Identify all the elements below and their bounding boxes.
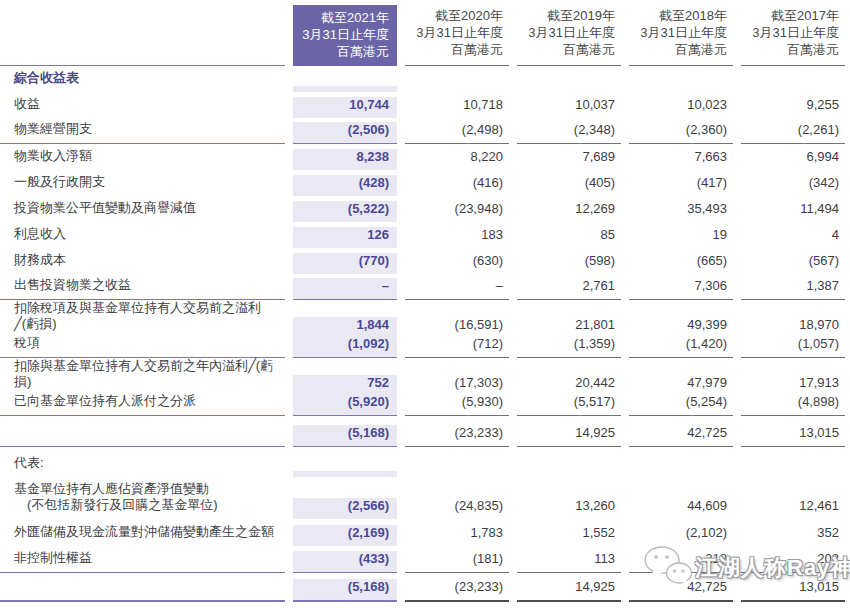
cell-2018: (1,420) bbox=[629, 336, 733, 358]
cell-2018: 10,023 bbox=[629, 97, 733, 118]
cell-2020 bbox=[405, 471, 509, 477]
cell-2017: 17,913 bbox=[741, 375, 845, 396]
cell-2017: 6,994 bbox=[741, 149, 845, 170]
table-body: 綜合收益表收益10,74410,71810,03710,0239,255物業經營… bbox=[0, 66, 850, 602]
cell-2019: 21,801 bbox=[517, 317, 621, 338]
table-header-row: 截至2021年3月31日止年度百萬港元截至2020年3月31日止年度百萬港元截至… bbox=[0, 5, 850, 66]
row-label: 代表: bbox=[0, 455, 285, 477]
row-label: 利息收入 bbox=[0, 226, 285, 248]
cell-2020: (23,948) bbox=[405, 201, 509, 222]
row-label: 物業經營開支 bbox=[0, 121, 285, 144]
cell-2019: 1,552 bbox=[517, 525, 621, 546]
cell-2021: 8,238 bbox=[293, 149, 397, 170]
row-label: 投資物業公平值變動及商譽減值 bbox=[0, 200, 285, 222]
row-label: 收益 bbox=[0, 96, 285, 118]
row-label: 已向基金單位持有人派付之分派 bbox=[0, 393, 285, 416]
cell-2017: 11,494 bbox=[741, 201, 845, 222]
cell-2020: (23,233) bbox=[405, 425, 509, 447]
cell-2018: (2,102) bbox=[629, 525, 733, 546]
financial-statement-page: 截至2021年3月31日止年度百萬港元截至2020年3月31日止年度百萬港元截至… bbox=[0, 0, 850, 608]
cell-2020: (181) bbox=[405, 551, 509, 573]
cell-2017 bbox=[741, 471, 845, 477]
cell-2017: 18,970 bbox=[741, 317, 845, 338]
cell-2021: – bbox=[293, 278, 397, 300]
cell-2018: 218 bbox=[629, 551, 733, 573]
table-row: 外匯儲備及現金流量對沖儲備變動產生之金額(2,169)1,7831,552(2,… bbox=[0, 519, 850, 546]
cell-2020: 183 bbox=[405, 227, 509, 248]
cell-2021: (5,920) bbox=[293, 394, 397, 416]
row-label: 基金單位持有人應佔資產淨值變動(不包括新發行及回購之基金單位) bbox=[0, 481, 285, 519]
cell-2021: 752 bbox=[293, 375, 397, 396]
row-label: 綜合收益表 bbox=[0, 70, 285, 92]
cell-2019: (598) bbox=[517, 253, 621, 274]
cell-2021 bbox=[293, 471, 397, 477]
cell-2021: (2,566) bbox=[293, 498, 397, 519]
column-header-2021: 截至2021年3月31日止年度百萬港元 bbox=[293, 5, 397, 66]
table-row: 扣除與基金單位持有人交易前之年內溢利╱(虧損)752(17,303)20,442… bbox=[0, 358, 850, 387]
cell-2018: 42,725 bbox=[629, 579, 733, 602]
cell-2018: 49,399 bbox=[629, 317, 733, 338]
table-row: 代表: bbox=[0, 447, 850, 477]
cell-2017: 352 bbox=[741, 525, 845, 546]
row-label: 非控制性權益 bbox=[0, 550, 285, 573]
column-header-2018: 截至2018年3月31日止年度百萬港元 bbox=[629, 5, 733, 66]
cell-2020: 1,783 bbox=[405, 525, 509, 546]
row-label: 扣除與基金單位持有人交易前之年內溢利╱(虧損) bbox=[0, 358, 285, 396]
cell-2020: (712) bbox=[405, 336, 509, 358]
column-header-2019: 截至2019年3月31日止年度百萬港元 bbox=[517, 5, 621, 66]
cell-2021: (1,092) bbox=[293, 336, 397, 358]
cell-2020: (416) bbox=[405, 175, 509, 196]
cell-2018: (417) bbox=[629, 175, 733, 196]
cell-2020: (5,930) bbox=[405, 394, 509, 416]
table-row: 投資物業公平值變動及商譽減值(5,322)(23,948)12,26935,49… bbox=[0, 196, 850, 222]
cell-2021: (5,322) bbox=[293, 201, 397, 222]
cell-2018: (665) bbox=[629, 253, 733, 274]
cell-2021: (428) bbox=[293, 175, 397, 196]
cell-2017: 12,461 bbox=[741, 498, 845, 519]
cell-2017: 9,255 bbox=[741, 97, 845, 118]
cell-2017 bbox=[741, 86, 845, 92]
table-row: 財務成本(770)(630)(598)(665)(567) bbox=[0, 248, 850, 274]
cell-2019: 85 bbox=[517, 227, 621, 248]
table-row: (5,168)(23,233)14,92542,72513,015 bbox=[0, 416, 850, 447]
row-label: 一般及行政開支 bbox=[0, 174, 285, 196]
cell-2021: (2,506) bbox=[293, 122, 397, 144]
cell-2020: 10,718 bbox=[405, 97, 509, 118]
row-label: 出售投資物業之收益 bbox=[0, 277, 285, 300]
table-row: 基金單位持有人應佔資產淨值變動(不包括新發行及回購之基金單位)(2,566)(2… bbox=[0, 477, 850, 519]
column-header-2020: 截至2020年3月31日止年度百萬港元 bbox=[405, 5, 509, 66]
cell-2020: 8,220 bbox=[405, 149, 509, 170]
cell-2017: 13,015 bbox=[741, 579, 845, 602]
table-row: 出售投資物業之收益––2,7617,3061,387 bbox=[0, 274, 850, 300]
cell-2021: 126 bbox=[293, 227, 397, 248]
cell-2017: (567) bbox=[741, 253, 845, 274]
cell-2018: 47,979 bbox=[629, 375, 733, 396]
cell-2019 bbox=[517, 471, 621, 477]
table-row: 綜合收益表 bbox=[0, 66, 850, 92]
cell-2020: (16,591) bbox=[405, 317, 509, 338]
cell-2019 bbox=[517, 86, 621, 92]
table-row: 物業收入淨額8,2388,2207,6897,6636,994 bbox=[0, 144, 850, 170]
cell-2018: (2,360) bbox=[629, 122, 733, 144]
cell-2020: (23,233) bbox=[405, 579, 509, 602]
cell-2018: (5,254) bbox=[629, 394, 733, 416]
cell-2018: 35,493 bbox=[629, 201, 733, 222]
cell-2019: (2,348) bbox=[517, 122, 621, 144]
cell-2019: 14,925 bbox=[517, 425, 621, 447]
cell-2021: 10,744 bbox=[293, 97, 397, 118]
cell-2019: 10,037 bbox=[517, 97, 621, 118]
cell-2019: 7,689 bbox=[517, 149, 621, 170]
table-row: 利息收入12618385194 bbox=[0, 222, 850, 248]
cell-2019: (5,517) bbox=[517, 394, 621, 416]
cell-2020: (2,498) bbox=[405, 122, 509, 144]
cell-2019: (1,359) bbox=[517, 336, 621, 358]
table-row: 收益10,74410,71810,03710,0239,255 bbox=[0, 92, 850, 118]
row-label bbox=[0, 440, 285, 447]
cell-2017: 202 bbox=[741, 551, 845, 573]
cell-2021: (2,169) bbox=[293, 525, 397, 546]
header-label-spacer bbox=[0, 5, 285, 66]
table-row: 非控制性權益(433)(181)113218202 bbox=[0, 546, 850, 573]
cell-2019: 113 bbox=[517, 551, 621, 573]
cell-2019: 2,761 bbox=[517, 278, 621, 300]
cell-2018: 44,609 bbox=[629, 498, 733, 519]
